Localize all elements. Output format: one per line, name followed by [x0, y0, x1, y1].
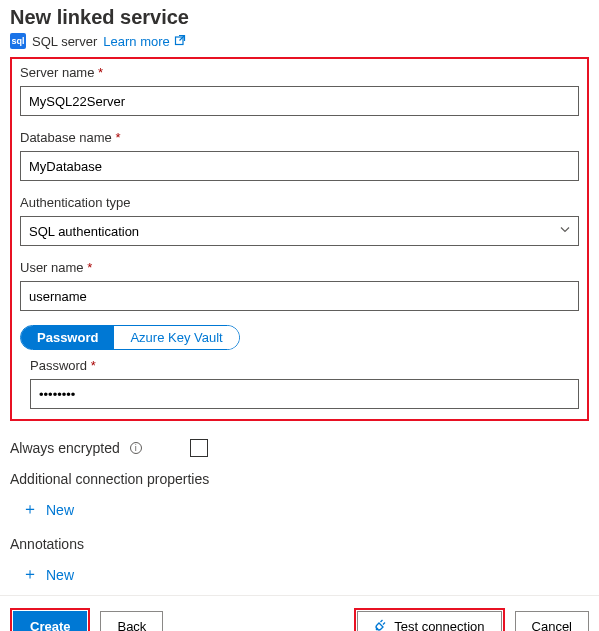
tab-password[interactable]: Password: [21, 326, 114, 349]
add-annotation-button[interactable]: ＋ New: [0, 558, 84, 595]
server-name-input[interactable]: [20, 86, 579, 116]
external-link-icon: [174, 34, 186, 49]
test-connection-button[interactable]: Test connection: [357, 611, 501, 631]
plug-icon: [374, 618, 388, 632]
always-encrypted-label: Always encrypted: [10, 440, 120, 456]
sql-server-icon: sql: [10, 33, 26, 49]
database-name-label: Database name *: [20, 130, 579, 145]
additional-properties-label: Additional connection properties: [0, 465, 599, 493]
info-icon[interactable]: i: [130, 442, 142, 454]
connection-settings-group: Server name * Database name * Authentica…: [10, 57, 589, 421]
auth-type-label: Authentication type: [20, 195, 579, 210]
database-name-input[interactable]: [20, 151, 579, 181]
password-input[interactable]: [30, 379, 579, 409]
tab-azure-key-vault[interactable]: Azure Key Vault: [114, 326, 238, 349]
plus-icon: ＋: [22, 499, 38, 520]
server-name-label: Server name *: [20, 65, 579, 80]
plus-icon: ＋: [22, 564, 38, 585]
password-label: Password *: [30, 358, 579, 373]
back-button[interactable]: Back: [100, 611, 163, 631]
create-button[interactable]: Create: [13, 611, 87, 631]
auth-type-select[interactable]: SQL authentication: [20, 216, 579, 246]
user-name-label: User name *: [20, 260, 579, 275]
add-connection-property-button[interactable]: ＋ New: [0, 493, 84, 530]
always-encrypted-checkbox[interactable]: [190, 439, 208, 457]
learn-more-link[interactable]: Learn more: [103, 34, 185, 49]
page-title: New linked service: [10, 6, 589, 29]
user-name-input[interactable]: [20, 281, 579, 311]
cancel-button[interactable]: Cancel: [515, 611, 589, 631]
annotations-label: Annotations: [0, 530, 599, 558]
service-type-label: SQL server: [32, 34, 97, 49]
password-source-toggle: Password Azure Key Vault: [20, 325, 240, 350]
